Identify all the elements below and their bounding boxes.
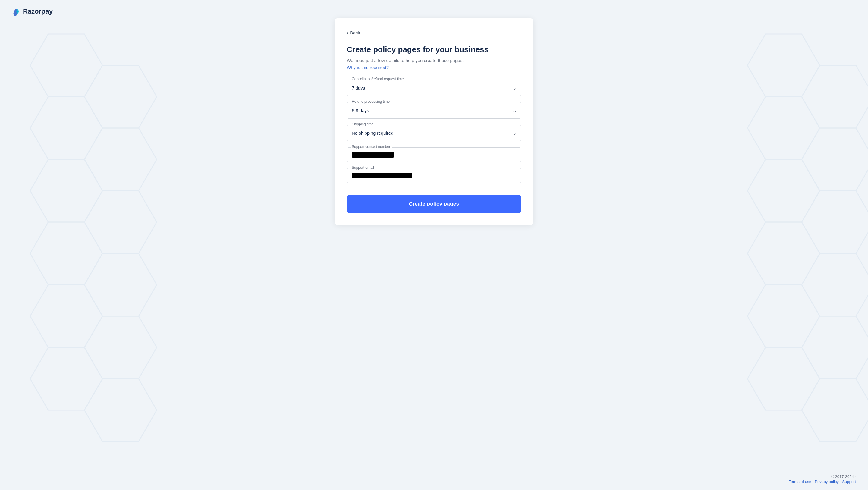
support-contact-redacted xyxy=(352,152,394,158)
submit-section: Create policy pages xyxy=(347,195,521,225)
back-button[interactable]: ‹ Back xyxy=(347,30,360,35)
footer-links: Terms of use · Privacy policy · Support xyxy=(789,480,856,484)
footer-sep-2: · xyxy=(840,480,841,484)
support-email-label: Support email xyxy=(350,165,375,170)
privacy-policy-link[interactable]: Privacy policy xyxy=(815,480,838,484)
back-chevron-icon: ‹ xyxy=(347,30,348,35)
support-email-redacted xyxy=(352,173,412,178)
create-policy-button[interactable]: Create policy pages xyxy=(347,195,521,213)
shipping-time-field: Shipping time No shipping required 1-3 d… xyxy=(347,125,521,141)
page-title: Create policy pages for your business xyxy=(347,45,521,54)
header: Razorpay xyxy=(0,0,65,23)
cancellation-refund-select[interactable]: 7 days 14 days 30 days xyxy=(347,80,521,96)
shipping-time-select-wrapper: No shipping required 1-3 days 3-5 days 5… xyxy=(347,125,521,141)
support-contact-input-wrapper xyxy=(347,148,521,162)
footer-copyright: © 2017-2024 · xyxy=(831,474,856,479)
support-contact-field: Support contact number xyxy=(347,147,521,162)
why-required-link[interactable]: Why is this required? xyxy=(347,65,389,70)
razorpay-logo-icon xyxy=(12,7,21,16)
logo-text: Razorpay xyxy=(23,7,53,16)
terms-of-use-link[interactable]: Terms of use xyxy=(789,480,811,484)
policy-form: Cancellation/refund request time 7 days … xyxy=(347,80,521,225)
cancellation-refund-field: Cancellation/refund request time 7 days … xyxy=(347,80,521,96)
logo[interactable]: Razorpay xyxy=(12,7,53,16)
form-card: ‹ Back Create policy pages for your busi… xyxy=(335,18,533,225)
support-contact-label: Support contact number xyxy=(350,145,392,149)
back-label: Back xyxy=(350,30,360,35)
footer-sep-1: · xyxy=(812,480,814,484)
page-subtitle: We need just a few details to help you c… xyxy=(347,58,521,63)
support-email-input-wrapper xyxy=(347,169,521,183)
support-email-field: Support email xyxy=(347,168,521,183)
footer: © 2017-2024 · Terms of use · Privacy pol… xyxy=(789,474,856,484)
support-link[interactable]: Support xyxy=(842,480,856,484)
refund-processing-select-wrapper: 6-8 days 3-5 days 10-14 days ⌄ xyxy=(347,102,521,118)
cancellation-refund-select-wrapper: 7 days 14 days 30 days ⌄ xyxy=(347,80,521,96)
refund-processing-select[interactable]: 6-8 days 3-5 days 10-14 days xyxy=(347,102,521,118)
shipping-time-select[interactable]: No shipping required 1-3 days 3-5 days 5… xyxy=(347,125,521,141)
refund-processing-field: Refund processing time 6-8 days 3-5 days… xyxy=(347,102,521,119)
form-fields: Cancellation/refund request time 7 days … xyxy=(347,80,521,183)
main-container: ‹ Back Create policy pages for your busi… xyxy=(0,0,868,490)
